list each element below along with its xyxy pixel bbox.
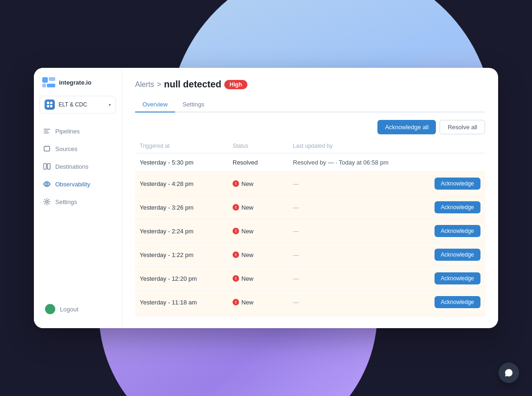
breadcrumb: Alerts > null detected High [135,79,485,90]
sources-icon [43,145,51,152]
breadcrumb-separator: > [157,80,161,89]
cell-action [420,153,485,172]
cell-last-updated: Resolved by — · Today at 06:58 pm [288,153,420,172]
sidebar-bottom: Logout [34,299,122,319]
svg-rect-0 [42,77,48,83]
observability-icon [43,180,51,188]
workspace-name: ELT & CDC [58,101,105,108]
svg-rect-5 [50,102,52,104]
cell-last-updated: — [288,314,420,317]
svg-rect-4 [47,102,49,104]
acknowledge-button[interactable]: Acknowledge [435,201,480,213]
svg-rect-3 [47,84,55,87]
cell-last-updated: — [288,219,420,243]
cell-triggered-at: Yesterday - 5:30 pm [135,153,228,172]
cell-action: Acknowledge [420,243,485,267]
cell-status: !New [228,267,288,290]
logout-button[interactable]: Logout [39,299,116,319]
cell-status: !New [228,219,288,243]
workspace-selector[interactable]: ELT & CDC ▾ [39,96,116,113]
cell-status: !New [228,172,288,196]
tab-settings[interactable]: Settings [175,97,212,112]
severity-badge: High [224,80,248,89]
cell-action: Acknowledge [420,314,485,317]
cell-status: !New [228,196,288,219]
cell-triggered-at: Yesterday - 11:18 am [135,290,228,314]
main-content: Alerts > null detected High Overview Set… [122,68,498,328]
cell-action: Acknowledge [420,196,485,219]
sidebar-item-destinations[interactable]: Destinations [38,158,118,175]
table-row: Yesterday - 11:18 am!New—Acknowledge [135,290,485,314]
cell-status: !New [228,243,288,267]
svg-rect-2 [42,84,46,87]
logo-text: integrate.io [59,79,91,86]
app-container: integrate.io ELT & CDC ▾ Pipelines Sourc… [34,68,498,328]
sidebar-item-settings[interactable]: Settings [38,193,118,210]
logo: integrate.io [34,77,122,96]
acknowledge-button[interactable]: Acknowledge [435,272,480,284]
svg-rect-7 [50,105,52,107]
cell-action: Acknowledge [420,267,485,290]
cell-action: Acknowledge [420,290,485,314]
cell-status: !New [228,290,288,314]
breadcrumb-current: null detected [164,79,221,90]
cell-triggered-at: Yesterday - 1:22 pm [135,243,228,267]
tab-overview[interactable]: Overview [135,97,175,112]
status-new-dot: ! [233,299,239,305]
chevron-down-icon: ▾ [109,102,111,107]
pipelines-icon [43,127,51,135]
cell-last-updated: — [288,267,420,290]
col-header-updated: Last updated by [288,140,420,153]
nav-items: Pipelines Sources Destinations Observabi… [34,123,122,299]
cell-status: Resolved [228,153,288,172]
table-row: Yesterday - 4:28 pm!New—Acknowledge [135,172,485,196]
actions-row: Acknowledge all Resolve all [135,120,485,134]
svg-rect-6 [47,105,49,107]
cell-status: !New [228,314,288,317]
cell-last-updated: — [288,243,420,267]
sidebar-item-pipelines[interactable]: Pipelines [38,123,118,139]
table-row: Yesterday - 2:24 pm!New—Acknowledge [135,219,485,243]
table-row: Yesterday - 12:20 pm!New—Acknowledge [135,267,485,290]
workspace-icon [45,99,55,110]
chat-button[interactable] [499,363,519,383]
status-new-dot: ! [233,180,239,187]
resolve-all-button[interactable]: Resolve all [440,120,485,134]
col-header-status: Status [228,140,288,153]
svg-rect-9 [44,164,46,169]
svg-rect-8 [44,146,50,151]
sidebar-item-observability[interactable]: Observability [38,176,118,192]
acknowledge-button[interactable]: Acknowledge [435,178,480,190]
alerts-table: Triggered at Status Last updated by Yest… [135,140,485,317]
cell-last-updated: — [288,172,420,196]
svg-rect-1 [49,77,55,81]
table-row: Yesterday - 5:30 pmResolvedResolved by —… [135,153,485,172]
settings-icon [43,198,51,205]
table-row: Yesterday - 3:26 pm!New—Acknowledge [135,196,485,219]
sidebar: integrate.io ELT & CDC ▾ Pipelines Sourc… [34,68,122,328]
user-avatar [45,304,55,314]
svg-point-11 [46,183,48,185]
breadcrumb-parent[interactable]: Alerts [135,80,154,89]
cell-triggered-at: Yesterday - 3:26 pm [135,196,228,219]
table-row: Yesterday - 1:22 pm!New—Acknowledge [135,243,485,267]
svg-point-12 [46,201,48,203]
cell-action: Acknowledge [420,219,485,243]
cell-last-updated: — [288,196,420,219]
status-new-dot: ! [233,204,239,211]
status-new-dot: ! [233,228,239,234]
cell-triggered-at: Yesterday - 10:16 am [135,314,228,317]
cell-triggered-at: Yesterday - 2:24 pm [135,219,228,243]
acknowledge-button[interactable]: Acknowledge [435,249,480,261]
sidebar-item-sources[interactable]: Sources [38,140,118,157]
table-row: Yesterday - 10:16 am!New—Acknowledge [135,314,485,317]
cell-action: Acknowledge [420,172,485,196]
status-new-dot: ! [233,251,239,258]
status-new-dot: ! [233,275,239,282]
destinations-icon [43,163,51,170]
cell-last-updated: — [288,290,420,314]
acknowledge-button[interactable]: Acknowledge [435,225,480,237]
table-container: Triggered at Status Last updated by Yest… [135,140,485,317]
acknowledge-button[interactable]: Acknowledge [435,296,480,308]
acknowledge-all-button[interactable]: Acknowledge all [377,120,436,134]
